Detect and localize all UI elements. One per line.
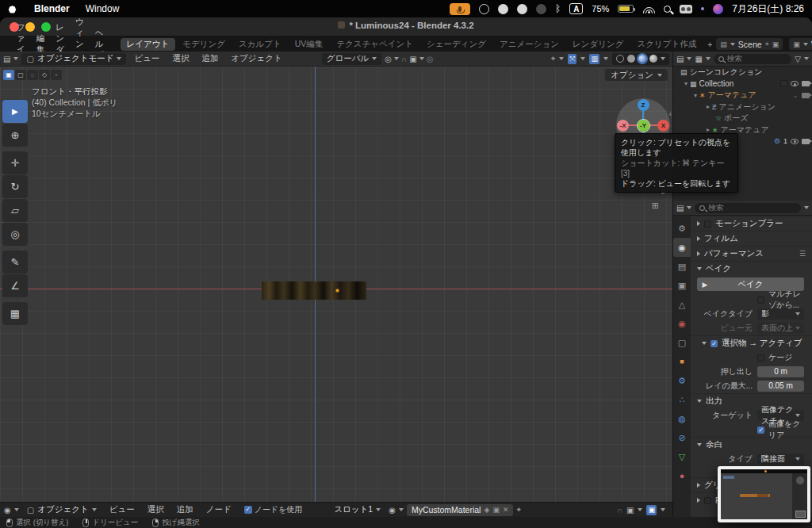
cursor-tool[interactable]: ⊕ [2,124,28,147]
spotlight-search-icon[interactable] [664,6,671,13]
render-visibility-icon[interactable] [802,81,810,86]
tab-texture-paint[interactable]: テクスチャペイント [330,38,419,51]
shader-menu-view[interactable]: ビュー [105,504,140,515]
region-collapse-arrow[interactable]: ‹ [669,109,672,118]
grid-toggle-icon[interactable]: ⊞ [652,201,659,211]
wifi-icon[interactable] [642,5,655,13]
xray-toggle-icon[interactable]: ▥ [589,54,599,64]
menu-window[interactable]: Window [79,3,126,14]
viewport-menu-select[interactable]: 選択 [167,53,193,64]
add-workspace-button[interactable]: + [703,39,716,50]
shading-material-icon[interactable] [638,55,646,63]
measure-tool[interactable]: ∠ [2,274,28,297]
prop-tab-scene[interactable]: △ [673,295,691,314]
fake-user-shield-icon[interactable]: ◈ [484,506,489,514]
node-snap-magnet-icon[interactable]: ∩ [617,506,622,515]
annotate-tool[interactable]: ✎ [2,251,28,274]
microphone-indicator[interactable] [450,3,470,15]
render-visibility-icon[interactable] [802,93,810,98]
viewport-menu-view[interactable]: ビュー [129,53,164,64]
apple-menu-icon[interactable] [8,4,17,13]
line-tray-icon[interactable] [517,4,527,14]
select-mode-circle[interactable]: ◌ [27,70,38,80]
prop-tab-modifiers[interactable]: ⚙ [673,371,691,390]
tab-animation[interactable]: アニメーション [493,38,565,51]
panel-motion-blur[interactable]: モーションブラー [691,216,812,231]
freestyle-checkbox[interactable] [704,497,711,504]
material-name-field[interactable]: MyCustomMaterial ◈ ▣ ✕ [407,504,514,516]
tab-scripting[interactable]: スクリプト作成 [630,38,703,51]
use-nodes-checkbox[interactable] [244,506,252,514]
outliner-display-mode-icon[interactable]: ▦ [695,55,702,63]
window-titlebar[interactable]: * Luminous24 - Blender 4.3.2 [0,17,812,36]
prop-tab-constraints[interactable]: ⊘ [673,428,691,447]
options-dropdown[interactable]: オプション [605,69,668,81]
panel-selected-to-active[interactable]: 選択物 → アクティブ [691,335,812,350]
tab-rendering[interactable]: レンダリング [566,38,630,51]
viewlayer-selector[interactable]: ▣ ViewLayer ▣ [789,38,812,50]
snap-target-icon[interactable]: ▣ [409,55,416,63]
scene-selector[interactable]: ▤ Scene ⌖ ▣ [716,38,783,50]
prop-tab-collection[interactable]: ▢ [673,333,691,352]
new-material-icon[interactable]: ▣ [492,506,500,514]
extrusion-field[interactable]: 0 m [757,366,804,377]
proportional-editing-icon[interactable]: ◎ [427,55,434,63]
prop-tab-tool[interactable]: ⚙ [673,219,691,238]
overlays-toggle-icon[interactable]: ⤧ [568,54,576,64]
material-browse-icon[interactable]: ◉ [389,506,396,515]
unlink-material-icon[interactable]: ✕ [503,506,509,514]
screen-preview-window[interactable] [718,466,810,522]
shader-type-dropdown[interactable]: ▢ オブジェクト [22,504,102,516]
gizmo-axis-neg-x[interactable]: -X [617,120,629,132]
prop-tab-particles[interactable]: ∴ [673,390,691,409]
battery-icon[interactable] [618,5,634,13]
prop-tab-render[interactable]: ◉ [673,238,691,257]
prop-tab-object[interactable]: ■ [673,352,691,371]
tab-sculpting[interactable]: スカルプト [232,38,288,51]
move-tool[interactable]: ✛ [2,151,28,174]
rotate-tool[interactable]: ↻ [2,175,28,198]
select-mode-pick[interactable]: ▫ [51,70,62,80]
pin-scene-icon[interactable]: ⌖ [765,40,769,48]
tab-uv-editing[interactable]: UV編集 [289,38,330,51]
viewport-3d[interactable]: ▣ ▢ ◌ ◇ ▫ フロント・平行投影 (40) Collection | 低ポ… [0,67,672,502]
shading-solid-icon[interactable] [627,55,635,63]
outliner-row-collection[interactable]: ▾ ▦ Collection [673,78,812,90]
selected-to-active-checkbox[interactable] [710,340,718,347]
gizmo-axis-neg-y[interactable]: -Y [638,120,649,132]
render-visibility-icon[interactable] [802,139,810,144]
hide-eye-icon[interactable] [791,81,799,86]
shading-wireframe-icon[interactable] [616,55,624,63]
outliner-row-armature-object[interactable]: ▾ ∗ アーマテュア ⌄ [673,90,812,101]
gizmos-dropdown-icon[interactable]: ⌖ [551,54,556,63]
outliner-row-scene-collection[interactable]: ▤ シーンコレクション [673,67,812,78]
prop-tab-object-data[interactable]: ▽ [673,447,691,466]
clear-image-checkbox[interactable] [757,427,764,434]
snap-magnet-icon[interactable]: ∩ [401,55,407,63]
properties-editor-icon[interactable]: ▤ [676,204,684,212]
modifier-wrench-icon[interactable]: ⚙ [774,137,780,145]
menubar-clock[interactable]: 7月26日(土) 8:26 [732,2,804,16]
presets-icon[interactable]: ☰ [799,250,806,258]
prop-tab-world[interactable]: ◉ [673,314,691,333]
outliner-editor-icon[interactable]: ▤ [676,55,684,63]
editor-type-3d-icon[interactable]: ▤ [3,55,10,63]
node-overlay-icon[interactable]: ▣ [646,505,657,515]
collection-checkbox[interactable] [780,80,787,87]
siri-icon[interactable] [713,4,723,14]
scene-name[interactable]: Scene [738,40,762,49]
bluetooth-icon[interactable]: ᛒ [555,3,561,14]
scale-tool[interactable]: ▱ [2,199,28,222]
motion-blur-checkbox[interactable] [704,220,711,228]
tab-layout[interactable]: レイアウト [121,38,176,51]
panel-performance[interactable]: パフォーマンス ☰ [691,246,812,261]
shader-editor-icon[interactable]: ◉ [4,506,11,515]
gizmo-axis-x[interactable]: X [657,120,669,132]
outliner-row-pose[interactable]: ☆ ポーズ [673,113,812,124]
lowpoly-object[interactable] [262,281,366,300]
select-box-tool[interactable]: ► [2,100,28,123]
prop-tab-material[interactable]: ● [673,466,691,485]
margin-type-dropdown[interactable]: 隣接面 [757,453,804,465]
select-mode-lasso[interactable]: ◇ [39,70,50,80]
tab-modeling[interactable]: モデリング [176,38,232,51]
